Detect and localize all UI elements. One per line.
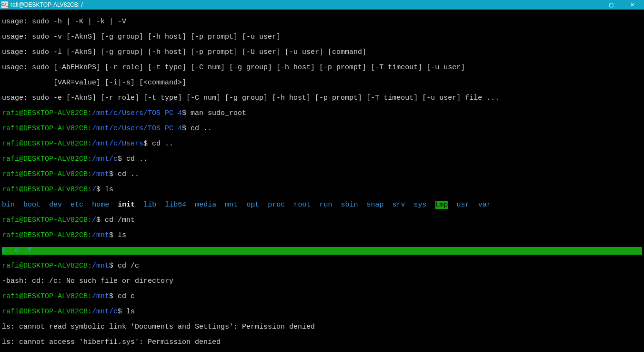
usage-line: usage: sudo -e [-AknS] [-r role] [-t typ…: [2, 94, 642, 102]
prompt-line: rafi@DESKTOP-ALV82CB:/mnt/c/Users$ cd ..: [2, 140, 642, 148]
error-line: ls: cannot read symbolic link 'Documents…: [2, 323, 642, 331]
ls-output: bin boot dev etc home init lib lib64 med…: [2, 201, 642, 209]
usage-line: [VAR=value] [-i|-s] [<command>]: [2, 79, 642, 87]
prompt-line: rafi@DESKTOP-ALV82CB:/mnt$ ls: [2, 232, 642, 239]
error-line: ls: cannot access 'hiberfil.sys': Permis…: [2, 339, 642, 346]
prompt-line: rafi@DESKTOP-ALV82CB:/mnt$ cd /c: [2, 262, 642, 270]
window-controls: ─ ▢ ✕: [579, 0, 643, 10]
prompt-line: rafi@DESKTOP-ALV82CB:/$ ls: [2, 186, 642, 194]
prompt-line: rafi@DESKTOP-ALV82CB:/mnt/c$ ls: [2, 308, 642, 316]
usage-line: usage: sudo -v [-AknS] [-g group] [-h ho…: [2, 33, 642, 41]
prompt-line: rafi@DESKTOP-ALV82CB:/$ cd /mnt: [2, 217, 642, 224]
prompt-line: rafi@DESKTOP-ALV82CB:/mnt$ cd c: [2, 293, 642, 300]
close-button[interactable]: ✕: [622, 0, 643, 10]
error-line: -bash: cd: /c: No such file or directory: [2, 278, 642, 285]
prompt-line: rafi@DESKTOP-ALV82CB:/mnt/c/Users/TOS PC…: [2, 110, 642, 117]
prompt-line: rafi@DESKTOP-ALV82CB:/mnt/c$ cd ..: [2, 155, 642, 163]
usage-line: usage: sudo -h | -K | -k | -V: [2, 18, 642, 26]
minimize-button[interactable]: ─: [579, 0, 600, 10]
maximize-button[interactable]: ▢: [600, 0, 622, 10]
terminal-output[interactable]: usage: sudo -h | -K | -k | -V usage: sud…: [0, 10, 644, 352]
ls-output: c e f: [2, 247, 642, 255]
window-title: rafi@DESKTOP-ALV82CB: /: [10, 1, 579, 9]
usage-line: usage: sudo [-AbEHknPS] [-r role] [-t ty…: [2, 64, 642, 72]
usage-line: usage: sudo -l [-AknS] [-g group] [-h ho…: [2, 49, 642, 56]
prompt-line: rafi@DESKTOP-ALV82CB:/mnt$ cd ..: [2, 171, 642, 178]
titlebar[interactable]: C:\_ rafi@DESKTOP-ALV82CB: / ─ ▢ ✕: [0, 0, 644, 10]
terminal-icon: C:\_: [1, 1, 9, 9]
prompt-line: rafi@DESKTOP-ALV82CB:/mnt/c/Users/TOS PC…: [2, 125, 642, 133]
